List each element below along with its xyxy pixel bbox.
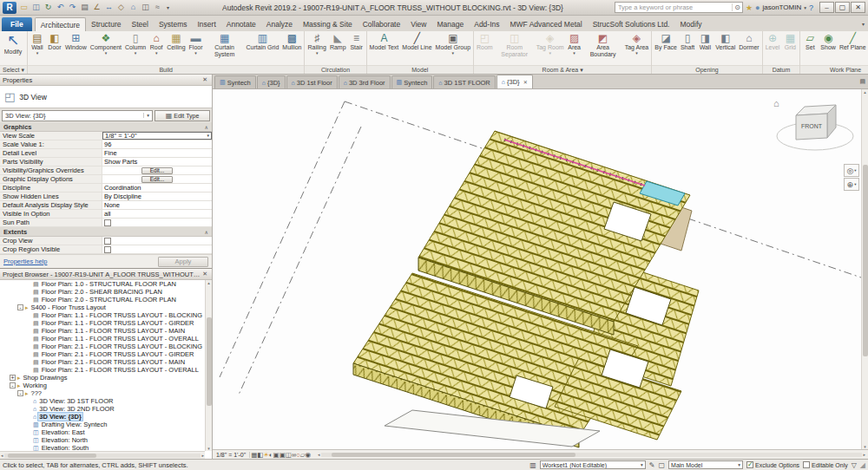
tree-item-floor-plan-2-1-floor-truss-layout-girder[interactable]: ▤Floor Plan: 2.1 - FLOOR TRUSS LAYOUT - …: [0, 350, 205, 358]
design-options-icon[interactable]: ▢: [659, 461, 666, 469]
thinlines-button[interactable]: ≈: [152, 2, 163, 13]
favorites-star-icon[interactable]: ★: [746, 3, 753, 12]
undo-button[interactable]: ↶: [55, 2, 66, 13]
ribbon-tab-view[interactable]: View: [405, 18, 431, 31]
tree-item-elevation-south[interactable]: ◫Elevation: South: [0, 444, 205, 451]
tree-item-floor-plan-1-0-structural-floor-plan[interactable]: ▤Floor Plan: 1.0 - STRUCTURAL FLOOR PLAN: [0, 280, 205, 288]
signed-in-user[interactable]: jasonTOMIN: [762, 3, 801, 11]
ribbon-tab-analyze[interactable]: Analyze: [261, 18, 298, 31]
view-tab-syntech[interactable]: ▥Syntech: [391, 75, 433, 88]
view-scale-button[interactable]: 1/8" = 1'-0": [214, 452, 250, 458]
property-value-scale-value-1[interactable]: 96: [102, 140, 212, 148]
scrollbar-thumb[interactable]: [863, 165, 868, 357]
property-value-view-scale[interactable]: 1/8" = 1'-0"▾: [102, 132, 212, 140]
model-group-button[interactable]: ▣Model Group▾: [434, 31, 472, 65]
dormer-button[interactable]: ⌂Dormer: [737, 31, 760, 65]
open-button[interactable]: ▭: [18, 2, 30, 13]
measure-button[interactable]: ∠: [91, 2, 102, 13]
edit-type-button[interactable]: ▦ Edit Type: [155, 110, 210, 121]
crop-region-button[interactable]: ◫: [286, 451, 292, 459]
property-value-detail-level[interactable]: Fine: [102, 149, 212, 157]
property-value-discipline[interactable]: Coordination: [102, 184, 212, 192]
property-value-graphic-display-options[interactable]: Edit...: [102, 175, 212, 183]
redo-button[interactable]: ↷: [67, 2, 78, 13]
edit-button[interactable]: Edit...: [141, 176, 174, 183]
editable-only-checkbox[interactable]: Editable Only: [803, 461, 848, 468]
mullion-button[interactable]: ▩Mullion: [280, 31, 303, 65]
curtain-system-button[interactable]: ▦Curtain System: [205, 31, 245, 65]
area-button[interactable]: ▨Area▾: [566, 31, 583, 65]
property-value-show-hidden-lines[interactable]: By Discipline: [102, 193, 212, 200]
ribbon-tab-structure[interactable]: Structure: [86, 18, 127, 31]
tree-item-3d-view-3d-1st-floor[interactable]: ⌂3D View: 3D 1ST FLOOR: [0, 397, 205, 405]
tag-button[interactable]: ◇: [115, 2, 127, 13]
property-value-sun-path[interactable]: [102, 219, 212, 226]
ref-plane-button[interactable]: ╱Ref Plane: [838, 31, 868, 65]
exclude-options-checkbox[interactable]: Exclude Options: [746, 461, 799, 468]
expand-toggle[interactable]: -: [10, 382, 16, 388]
user-avatar-icon[interactable]: ●: [755, 3, 760, 12]
ribbon-tab-mwf-advanced-metal[interactable]: MWF Advanced Metal: [505, 18, 588, 31]
selection-filter-icon[interactable]: ▽: [852, 461, 857, 469]
checkbox[interactable]: [104, 238, 111, 245]
tree-item-shop-drawings[interactable]: +▸Shop Drawings: [0, 374, 205, 382]
expand-toggle[interactable]: -: [17, 390, 23, 396]
qat-customize-chevron[interactable]: ▾: [165, 4, 171, 10]
home-icon[interactable]: ⌂: [773, 98, 779, 108]
wall-button[interactable]: ◨Wall: [696, 31, 713, 65]
scrollbar-thumb[interactable]: [332, 453, 575, 457]
rendering-button[interactable]: ▣: [273, 451, 279, 459]
door-button[interactable]: ◧Door: [46, 31, 63, 65]
area-boundary-button[interactable]: ◩Area Boundary: [583, 31, 623, 65]
horizontal-scrollbar[interactable]: ◂▸: [0, 451, 205, 459]
view-tab-menu-icon[interactable]: ▤: [859, 78, 865, 85]
tree-item-floor-plan-1-1-floor-truss-layout-blocking[interactable]: ▤Floor Plan: 1.1 - FLOOR TRUSS LAYOUT - …: [0, 311, 205, 319]
tree-item-floor-plan-2-0-shear-bracing-plan[interactable]: ▤Floor Plan: 2.0 - SHEAR BRACING PLAN: [0, 288, 205, 296]
ribbon-tab-strucsoft-solutions-ltd[interactable]: StrucSoft Solutions Ltd.: [588, 18, 675, 31]
tree-item-floor-plan-2-1-floor-truss-layout-main[interactable]: ▤Floor Plan: 2.1 - FLOOR TRUSS LAYOUT - …: [0, 358, 205, 366]
model-line-button[interactable]: ╱Model Line: [400, 31, 433, 65]
print-button[interactable]: ▤: [79, 2, 90, 13]
property-value-visibility-graphics-overrides[interactable]: Edit...: [102, 166, 212, 174]
user-menu-chevron[interactable]: ▾: [804, 5, 806, 10]
show-button[interactable]: ◉Show: [819, 31, 838, 65]
model-text-button[interactable]: AModel Text: [368, 31, 401, 65]
view-tab-3d[interactable]: ⌂{3D}: [257, 75, 286, 88]
tree-item-floor-plan-1-1-floor-truss-layout-girder[interactable]: ▤Floor Plan: 1.1 - FLOOR TRUSS LAYOUT - …: [0, 319, 205, 327]
search-input[interactable]: [615, 3, 732, 11]
type-selector[interactable]: 3D View: {3D} ▾: [2, 110, 153, 121]
navigation-wheel-button[interactable]: ◎▾: [844, 164, 859, 177]
section-header-extents[interactable]: Extents∧: [0, 227, 212, 237]
wall-button[interactable]: ▤Wall▾: [29, 31, 46, 65]
expand-toggle[interactable]: +: [10, 375, 16, 381]
shaft-button[interactable]: ▯Shaft: [679, 31, 696, 65]
ribbon-tab-annotate[interactable]: Annotate: [221, 18, 261, 31]
column-button[interactable]: ▯Column▾: [123, 31, 148, 65]
tree-item-floor-plan-1-1-floor-truss-layout-main[interactable]: ▤Floor Plan: 1.1 - FLOOR TRUSS LAYOUT - …: [0, 327, 205, 335]
tree-item-elevation-east[interactable]: ◫Elevation: East: [0, 428, 205, 436]
close-icon[interactable]: ✕: [201, 76, 209, 83]
home3d-button[interactable]: ⌂: [128, 2, 139, 13]
minimize-ribbon-chevron[interactable]: ▾: [862, 21, 865, 27]
editable-toggle-icon[interactable]: ✎: [649, 461, 655, 469]
expand-toggle[interactable]: -: [17, 304, 23, 310]
component-button[interactable]: ❖Component▾: [89, 31, 123, 65]
property-value-crop-region-visible[interactable]: [102, 245, 212, 253]
tree-item-drafting-view-syntech[interactable]: ▥Drafting View: Syntech: [0, 421, 205, 428]
tag-area-button[interactable]: ◈Tag Area▾: [623, 31, 651, 65]
close-button[interactable]: ✕: [851, 2, 865, 13]
stair-button[interactable]: ≡Stair: [348, 31, 365, 65]
sync-button[interactable]: ↻: [43, 2, 54, 13]
revit-logo[interactable]: R: [3, 2, 16, 14]
file-menu-button[interactable]: File: [2, 17, 32, 31]
ribbon-tab-modify[interactable]: Modify: [674, 18, 707, 31]
search-icon[interactable]: ⊙: [732, 3, 742, 11]
view-tab-3d[interactable]: ⌂{3D}✕: [496, 75, 533, 88]
property-value-parts-visibility[interactable]: Show Parts: [102, 158, 212, 166]
ribbon-tab-manage[interactable]: Manage: [432, 18, 470, 31]
modify-button[interactable]: ↖Modify: [1, 31, 25, 65]
tree-item-s400-floor-truss-layout[interactable]: -▸S400 - Floor Truss Layout: [0, 304, 205, 311]
properties-help-link[interactable]: Properties help: [3, 258, 47, 265]
section-button[interactable]: ◫: [140, 2, 151, 13]
floor-button[interactable]: ▬Floor▾: [187, 31, 205, 65]
